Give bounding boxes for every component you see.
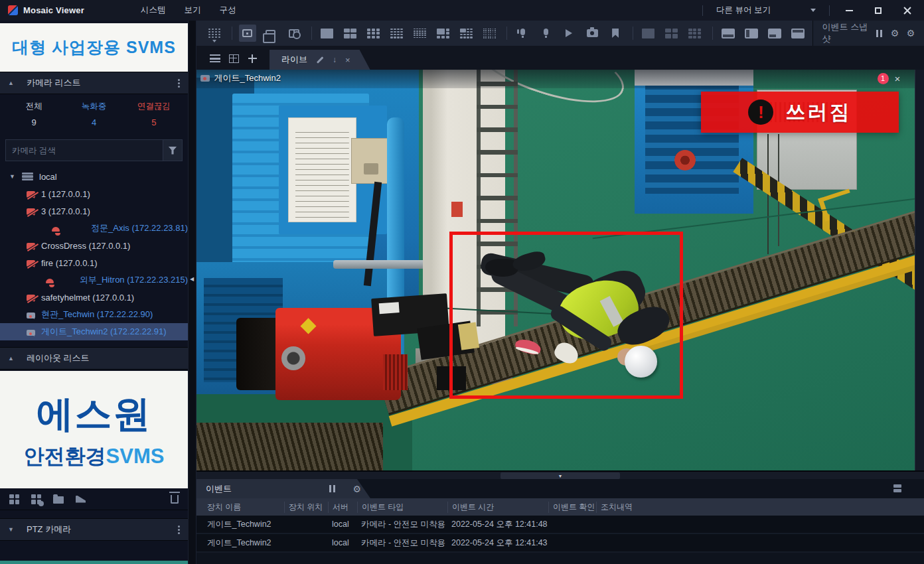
- settings-button[interactable]: ⚙: [887, 29, 903, 38]
- slope-icon[interactable]: [76, 496, 86, 503]
- menu-config[interactable]: 구성: [219, 5, 236, 16]
- sidebar-splitter[interactable]: ◀: [188, 21, 196, 564]
- bookmark-icon: [612, 29, 619, 38]
- layout-1plus5-button[interactable]: [434, 25, 451, 42]
- filter-button[interactable]: [163, 139, 183, 161]
- aspect-icon: [642, 29, 654, 38]
- panel-layout-button-2[interactable]: [743, 25, 760, 42]
- column-header[interactable]: 서버: [328, 502, 357, 513]
- events-splitter[interactable]: ▼: [196, 470, 924, 479]
- minimize-button[interactable]: [839, 3, 859, 18]
- right-panel-strip[interactable]: [915, 70, 924, 470]
- pause-icon[interactable]: [329, 485, 335, 492]
- camera-list-header[interactable]: ▲ 카메라 리스트: [0, 72, 188, 94]
- layout-4x4-button[interactable]: [388, 25, 405, 42]
- camera-tree-item[interactable]: 외부_Hitron (172.22.23.215): [0, 271, 188, 289]
- dual-monitor-button[interactable]: [262, 25, 279, 42]
- column-header[interactable]: 장치 이름: [203, 502, 284, 513]
- layout-5x5-button[interactable]: [411, 25, 428, 42]
- pause-button[interactable]: [871, 30, 887, 37]
- event-cell: 게이트_Techwin2: [203, 519, 284, 530]
- column-header[interactable]: 이벤트 확인: [548, 502, 596, 513]
- layout-3x3-button[interactable]: [364, 25, 382, 42]
- dome-camera-icon: [46, 279, 54, 283]
- video-tile[interactable]: 게이트_Techwin2 ! 쓰러짐 1 ×: [196, 70, 915, 470]
- layout-2x2-icon: [344, 29, 356, 38]
- tree-server-row[interactable]: ▼ local: [0, 168, 188, 185]
- camera-tree-item[interactable]: 게이트_Techwin2 (172.22.22.91): [0, 323, 188, 340]
- aspect-button-2[interactable]: [663, 25, 680, 42]
- camera-label: 정문_Axis (172.22.23.81): [91, 222, 188, 234]
- column-header[interactable]: 장치 위치: [284, 502, 328, 513]
- layout-2x2-button[interactable]: [341, 25, 358, 42]
- fullscreen-button[interactable]: [239, 25, 256, 42]
- close-button[interactable]: [897, 3, 917, 18]
- camera-tree-item[interactable]: 3 (127.0.0.1): [0, 202, 188, 220]
- events-options-icon[interactable]: [893, 484, 901, 492]
- event-cell: local: [328, 520, 357, 529]
- mic-button[interactable]: [537, 25, 554, 42]
- camera-tree-item[interactable]: CrossDress (127.0.0.1): [0, 237, 188, 254]
- tab-menu-button[interactable]: [206, 48, 224, 68]
- layout-thumbnail[interactable]: 에스원 안전환경SVMS: [0, 371, 188, 488]
- layout-switch-button[interactable]: [224, 48, 243, 68]
- panel-layout-button-3[interactable]: [766, 25, 783, 42]
- add-tab-button[interactable]: [243, 48, 262, 68]
- app-title: Mosaic Viewer: [23, 5, 84, 15]
- layout-6x6-button[interactable]: [481, 25, 498, 42]
- panel-layout-button-1[interactable]: [720, 25, 737, 42]
- camera-tree-item[interactable]: fire (127.0.0.1): [0, 254, 188, 271]
- camera-tree-item[interactable]: 정문_Axis (172.22.23.81): [0, 220, 188, 237]
- gear-icon[interactable]: ⚙: [352, 484, 361, 494]
- camera-tree-item[interactable]: 1 (127.0.0.1): [0, 185, 188, 202]
- kebab-menu-icon[interactable]: [178, 526, 180, 528]
- event-cell: 2022-05-24 오후 12:41:48: [447, 519, 548, 530]
- edit-icon[interactable]: [317, 56, 323, 63]
- trash-icon[interactable]: [171, 495, 179, 504]
- alert-close-icon[interactable]: ×: [895, 74, 901, 84]
- maximize-button[interactable]: [868, 3, 888, 18]
- bookmark-button[interactable]: [607, 25, 624, 42]
- event-row[interactable]: 게이트_Techwin2local카메라 - 안전모 미착용2022-05-24…: [196, 534, 924, 553]
- camera-tree-item[interactable]: safetyhelmet (127.0.0.1): [0, 289, 188, 306]
- recording-camera-icon: [200, 75, 210, 82]
- panel-layout-button-4[interactable]: [789, 25, 807, 42]
- camera-stats: 전체 9 녹화중 4 연결끊김 5: [0, 94, 188, 134]
- camera-search-input[interactable]: [5, 139, 163, 161]
- two-way-audio-button[interactable]: [514, 25, 531, 42]
- grid-icon[interactable]: [9, 494, 19, 504]
- close-icon: [903, 7, 911, 15]
- aspect-button-1[interactable]: [640, 25, 657, 42]
- download-icon[interactable]: ↓: [333, 55, 337, 64]
- column-header[interactable]: 이벤트 타입: [357, 502, 447, 513]
- tab-close-icon[interactable]: ×: [345, 55, 350, 65]
- camera-label: 3 (127.0.0.1): [41, 206, 90, 216]
- tab-live[interactable]: 라이브 ↓ ×: [270, 50, 370, 70]
- collapse-down-icon: ▼: [8, 526, 17, 533]
- mosaic-grid-button[interactable]: [206, 25, 223, 42]
- splitter-handle[interactable]: ▼: [501, 472, 620, 479]
- close-layout-button[interactable]: [285, 25, 303, 42]
- folder-icon[interactable]: [53, 496, 64, 504]
- video-top-gradient: [196, 70, 915, 88]
- event-row[interactable]: 게이트_Techwin2local카메라 - 안전모 미착용2022-05-24…: [196, 516, 924, 534]
- grid-clock-icon[interactable]: [31, 494, 41, 504]
- menu-system[interactable]: 시스템: [141, 5, 166, 16]
- column-header[interactable]: 조치내역: [596, 502, 924, 513]
- layout-1plus12-button[interactable]: [457, 25, 475, 42]
- exclamation-icon: !: [748, 100, 773, 125]
- layout-1x1-button[interactable]: [318, 25, 335, 42]
- layout-list-header[interactable]: ▲ 레이아웃 리스트: [0, 347, 188, 370]
- column-header[interactable]: 이벤트 시간: [447, 502, 548, 513]
- kebab-menu-icon[interactable]: [178, 79, 180, 81]
- panel-settings-button[interactable]: ⚙: [903, 29, 919, 38]
- aspect-button-3[interactable]: [686, 25, 704, 42]
- other-viewer-dropdown[interactable]: 다른 뷰어 보기: [712, 5, 820, 16]
- events-tab-label: 이벤트: [206, 483, 312, 495]
- events-tab[interactable]: 이벤트 ⚙: [196, 479, 370, 498]
- play-button[interactable]: [560, 25, 578, 42]
- camera-tree-item[interactable]: 현관_Techwin (172.22.22.90): [0, 306, 188, 323]
- ptz-header[interactable]: ▼ PTZ 카메라: [0, 518, 188, 541]
- snapshot-button[interactable]: [583, 25, 601, 42]
- menu-view[interactable]: 보기: [184, 5, 200, 16]
